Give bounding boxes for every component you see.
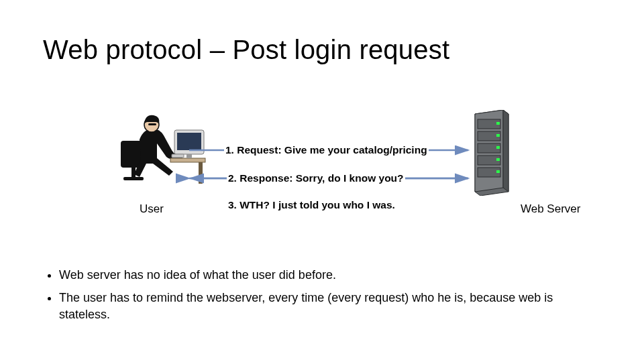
slide: Web protocol – Post login request (0, 0, 644, 362)
server-rack-icon (470, 110, 511, 196)
svg-rect-20 (496, 134, 500, 137)
svg-rect-19 (496, 122, 500, 125)
message-1: 1. Request: Give me your catalog/pricing (224, 144, 429, 156)
bullet-list: Web server has no idea of what the user … (47, 267, 597, 329)
svg-rect-1 (131, 166, 136, 178)
svg-rect-2 (123, 177, 144, 180)
svg-rect-22 (496, 158, 500, 161)
user-label: User (140, 202, 164, 216)
svg-rect-4 (148, 123, 156, 125)
svg-marker-13 (503, 110, 508, 192)
server-label: Web Server (521, 202, 580, 216)
message-3: 3. WTH? I just told you who I was. (227, 199, 396, 211)
slide-title: Web protocol – Post login request (43, 35, 449, 65)
svg-rect-23 (496, 170, 500, 173)
bullet-item: The user has to remind the webserver, ev… (59, 290, 597, 322)
svg-rect-10 (172, 154, 184, 158)
diagram-area: User (0, 101, 644, 241)
message-2: 2. Response: Sorry, do I know you? (227, 172, 405, 184)
svg-rect-21 (496, 146, 500, 149)
message-arrows: 1. Request: Give me your catalog/pricing… (188, 137, 468, 210)
bullet-item: Web server has no idea of what the user … (59, 267, 597, 283)
